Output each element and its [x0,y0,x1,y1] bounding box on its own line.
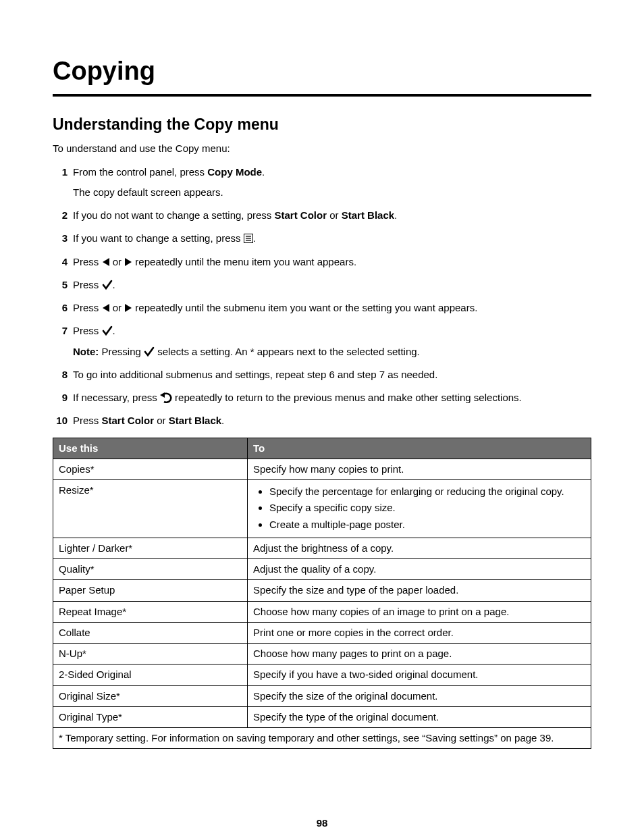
title-rule [53,94,591,97]
svg-marker-6 [103,304,109,312]
check-icon [102,325,113,336]
list-item: Create a multiple-page poster. [269,518,585,531]
table-row: Copies* Specify how many copies to print… [53,459,591,479]
svg-marker-7 [125,304,132,312]
step-9-text-b: repeatedly to return to the previous men… [172,392,522,403]
list-item: Specify a specific copy size. [269,501,585,515]
table-row: Collate Print one or more copies in the … [53,622,591,643]
step-1-sub: The copy default screen appears. [73,186,591,199]
step-7-text-a: Press [73,325,102,336]
chapter-title: Copying [53,54,591,91]
back-arrow-icon [160,392,172,403]
step-10: Press Start Color or Start Black. [53,414,591,427]
table-row: Repeat Image* Choose how many copies of … [53,601,591,622]
start-black-label: Start Black [169,415,221,426]
step-5: Press . [53,278,591,292]
note-label: Note: [73,346,99,357]
cell-use: Original Type* [53,706,248,727]
right-arrow-icon [124,257,132,267]
table-row: Original Size* Specify the size of the o… [53,685,591,706]
table-footnote-row: * Temporary setting. For information on … [53,728,591,749]
step-7-text-b: . [113,325,115,336]
cell-to: Specify the size of the original documen… [248,685,591,706]
left-arrow-icon [102,303,110,313]
cell-use: 2-Sided Original [53,664,248,685]
cell-to: Specify how many copies to print. [248,459,591,479]
step-5-text-a: Press [73,279,102,290]
start-black-label: Start Black [342,209,394,221]
step-5-text-b: . [113,279,115,290]
step-8-text: To go into additional submenus and setti… [73,369,437,380]
step-1-text-c: . [262,166,265,178]
steps-list: From the control panel, press Copy Mode.… [53,165,591,428]
step-9: If necessary, press repeatedly to return… [53,391,591,405]
step-8: To go into additional submenus and setti… [53,368,591,382]
table-header-row: Use this To [53,438,591,459]
step-10-text-e: . [221,415,224,426]
cell-to: Adjust the brightness of a copy. [248,538,591,558]
header-to: To [248,438,591,459]
step-2: If you do not want to change a setting, … [53,209,591,222]
page-number: 98 [53,816,591,830]
step-6-text-a: Press [73,302,102,313]
table-row: Paper Setup Specify the size and type of… [53,580,591,601]
step-4-text-b: or [110,256,125,267]
menu-icon [244,234,253,243]
header-use-this: Use this [53,438,248,459]
step-6-text-b: or [110,302,125,313]
start-color-label: Start Color [102,415,155,426]
step-4: Press or repeatedly until the menu item … [53,255,591,269]
step-7-note: Note: Pressing selects a setting. An * a… [73,345,591,359]
step-4-text-a: Press [73,256,102,267]
cell-use: Resize* [53,480,248,538]
table-row: Resize* Specify the percentage for enlar… [53,480,591,538]
step-4-text-c: repeatedly until the menu item you want … [132,256,356,267]
copy-mode-label: Copy Mode [207,166,262,178]
intro-text: To understand and use the Copy menu: [53,142,591,155]
cell-use: N-Up* [53,644,248,664]
cell-to: Specify the type of the original documen… [248,706,591,727]
cell-use: Repeat Image* [53,601,248,622]
step-3-text-b: . [253,232,256,244]
svg-marker-4 [103,258,109,266]
section-title: Understanding the Copy menu [53,114,591,135]
cell-to: Specify if you have a two-sided original… [248,664,591,685]
cell-to: Adjust the quality of a copy. [248,559,591,580]
note-text-a: Pressing [99,346,144,357]
list-item: Specify the percentage for enlarging or … [269,485,585,498]
svg-marker-5 [125,258,132,266]
step-7: Press . Note: Pressing selects a setting… [53,324,591,359]
table-footnote: * Temporary setting. For information on … [53,728,591,749]
cell-to: Choose how many copies of an image to pr… [248,601,591,622]
cell-use: Quality* [53,559,248,580]
cell-to: Choose how many pages to print on a page… [248,644,591,664]
cell-use: Collate [53,622,248,643]
cell-to: Specify the percentage for enlarging or … [248,480,591,538]
start-color-label: Start Color [275,209,327,221]
step-3-text-a: If you want to change a setting, press [73,232,244,244]
svg-marker-8 [160,392,165,398]
step-1: From the control panel, press Copy Mode.… [53,165,591,200]
table-row: Quality* Adjust the quality of a copy. [53,559,591,580]
left-arrow-icon [102,257,110,267]
cell-use: Lighter / Darker* [53,538,248,558]
table-row: Original Type* Specify the type of the o… [53,706,591,727]
step-2-text-c: or [327,209,342,221]
step-2-text-e: . [394,209,397,221]
step-9-text-a: If necessary, press [73,392,160,403]
step-6: Press or repeatedly until the submenu it… [53,301,591,315]
cell-use: Original Size* [53,685,248,706]
cell-use: Copies* [53,459,248,479]
cell-to: Print one or more copies in the correct … [248,622,591,643]
check-icon [102,280,113,290]
table-row: Lighter / Darker* Adjust the brightness … [53,538,591,558]
step-10-text-a: Press [73,415,102,426]
step-2-text-a: If you do not want to change a setting, … [73,209,275,221]
table-row: N-Up* Choose how many pages to print on … [53,644,591,664]
check-icon [144,346,155,357]
step-10-text-c: or [154,415,169,426]
step-6-text-c: repeatedly until the submenu item you wa… [132,302,477,313]
step-3: If you want to change a setting, press . [53,232,591,245]
resize-bullets: Specify the percentage for enlarging or … [269,485,585,531]
note-text-b: selects a setting. An * appears next to … [155,346,420,357]
